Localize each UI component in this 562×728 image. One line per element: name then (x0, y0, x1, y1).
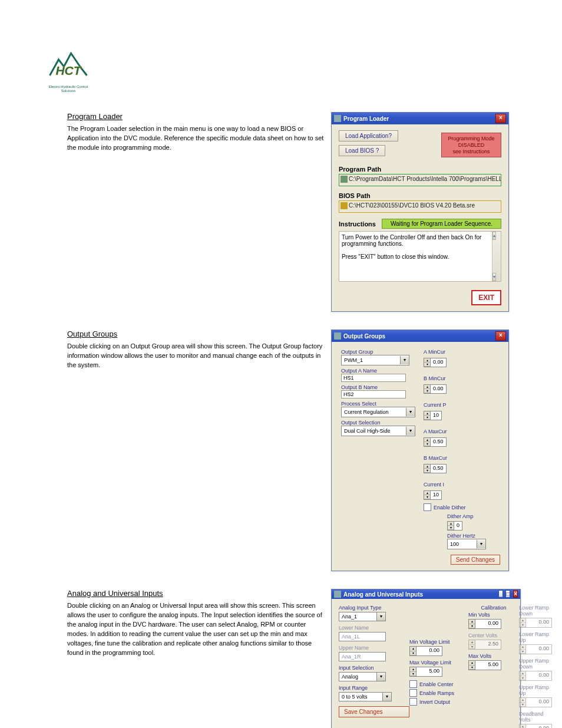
label-min-volts: Min Volts (468, 612, 519, 618)
checkbox-enable-ramps[interactable] (409, 689, 417, 697)
select-output-group[interactable]: PWM_1▾ (341, 355, 409, 365)
hct-logo: HCT Electro-Hydraulic Control Solutions (46, 47, 91, 93)
mountain-logo-icon: HCT (46, 47, 91, 83)
spinner-min-voltage-limit[interactable]: ▴▾0.00 (409, 646, 442, 656)
bios-path-field[interactable]: C:\HCT\023\00155\DVC10 BIOS V4.20 Beta.s… (339, 200, 501, 213)
exit-button[interactable]: EXIT (471, 290, 501, 305)
spinner-upper-ramp-down[interactable]: ▴▾0.00 (519, 671, 552, 681)
section-analog-inputs: Analog and Universal Inputs Double click… (67, 589, 527, 728)
label-output-b-name: Output B Name (341, 384, 424, 390)
value: Dual Coil High-Side (344, 428, 391, 434)
spinner-b-maxcur[interactable]: ▴▾0.50 (424, 464, 447, 473)
value: 2.50 (475, 640, 501, 649)
spinner-lower-ramp-down[interactable]: ▴▾0.00 (519, 618, 552, 628)
label-input-range: Input Range (339, 685, 409, 691)
spinner-b-mincur[interactable]: ▴▾0.00 (424, 384, 447, 394)
value: 0.00 (416, 647, 442, 655)
program-path-value: C:\ProgramData\HCT Products\Intella 700\… (349, 176, 501, 182)
label-output-group: Output Group (341, 349, 424, 355)
para-analog-inputs: Double clicking on an Analog or Universa… (67, 601, 326, 658)
label-a-mincur: A MinCur (424, 349, 458, 355)
value: 10 (431, 411, 441, 420)
mode-line1: Programming Mode (443, 136, 500, 142)
window-title: Analog and Universal Inputs (343, 591, 423, 598)
field-lower-name[interactable]: Ana_1L (339, 632, 386, 641)
save-changes-button[interactable]: Save Changes (339, 706, 409, 717)
spinner-current-p[interactable]: ▴▾10 (424, 411, 442, 420)
scroll-up-icon[interactable]: ▴ (492, 232, 496, 240)
value: 0.00 (526, 698, 551, 707)
value: 100 (450, 541, 459, 547)
label-upper-ramp-down: Upper Ramp Down (519, 658, 552, 670)
label-max-volts: Max Volts (468, 653, 519, 659)
spinner-max-voltage-limit[interactable]: ▴▾5.00 (409, 667, 442, 677)
value: 5.00 (475, 661, 501, 670)
scroll-down-icon[interactable]: ▾ (492, 273, 496, 281)
spinner-max-volts[interactable]: ▴▾5.00 (468, 660, 501, 670)
value: 0.00 (431, 358, 446, 367)
instructions-line2: Press "EXIT" button to close this window… (342, 253, 498, 260)
label-center-volts: Center Volts (468, 633, 519, 638)
label-max-voltage-limit: Max Voltage Limit (409, 660, 468, 666)
value: 0.00 (526, 645, 551, 654)
titlebar-output-groups: Output Groups × (332, 330, 508, 342)
maximize-icon[interactable]: □ (505, 590, 510, 598)
program-path-field[interactable]: C:\ProgramData\HCT Products\Intella 700\… (339, 174, 501, 186)
spinner-dither-amp[interactable]: ▴▾0 (447, 521, 462, 531)
spinner-lower-ramp-up[interactable]: ▴▾0.00 (519, 644, 552, 654)
close-icon[interactable]: × (495, 331, 506, 341)
minimize-icon[interactable]: _ (498, 590, 503, 598)
spinner-current-i[interactable]: ▴▾10 (424, 490, 442, 500)
label-lower-name: Lower Name (339, 625, 409, 631)
spinner-center-volts[interactable]: ▴▾2.50 (468, 640, 501, 650)
checkbox-enable-center[interactable] (409, 680, 417, 688)
chevron-down-icon: ▾ (382, 693, 391, 701)
scrollbar[interactable]: ▴ ▾ (492, 232, 501, 281)
value: 0.00 (526, 724, 551, 728)
select-process[interactable]: Current Regulation▾ (341, 407, 415, 417)
close-icon[interactable]: × (513, 590, 518, 598)
send-changes-button[interactable]: Send Changes (451, 555, 500, 565)
window-program-loader: Program Loader × Load Application? Load … (331, 112, 509, 312)
spinner-min-volts[interactable]: ▴▾0.00 (468, 619, 501, 629)
instructions-label: Instructions (339, 220, 376, 228)
label-upper-name: Upper Name (339, 645, 409, 651)
heading-program-loader: Program Loader (67, 112, 326, 121)
value: 0 (454, 522, 462, 530)
select-input-type[interactable]: Ana_1▾ (339, 612, 386, 621)
select-dither-hertz[interactable]: 100▾ (447, 539, 486, 549)
label-b-maxcur: B MaxCur (424, 455, 458, 461)
spinner-a-mincur[interactable]: ▴▾0.00 (424, 358, 447, 367)
label-lower-ramp-down: Lower Ramp Down (519, 605, 552, 617)
select-input-range[interactable]: 0 to 5 volts▾ (339, 692, 392, 701)
value: 0.50 (431, 438, 446, 446)
label-lower-ramp-up: Lower Ramp Up (519, 631, 552, 643)
label-output-a-name: Output A Name (341, 368, 424, 374)
label-enable-ramps: Enable Ramps (419, 690, 454, 696)
chevron-down-icon: ▾ (477, 540, 485, 548)
field-upper-name[interactable]: Ana_1R (339, 652, 386, 661)
select-output-selection[interactable]: Dual Coil High-Side▾ (341, 426, 415, 436)
label-dither-amp: Dither Amp (447, 513, 499, 519)
field-output-b-name[interactable]: HS2 (341, 390, 406, 398)
logo-subtitle: Electro-Hydraulic Control Solutions (46, 85, 91, 93)
load-application-button[interactable]: Load Application? (339, 130, 398, 141)
bios-path-label: BIOS Path (339, 192, 501, 199)
close-icon[interactable]: × (495, 114, 506, 123)
value: PWM_1 (344, 357, 363, 363)
section-program-loader: Program Loader The Program Loader select… (67, 112, 527, 312)
field-output-a-name[interactable]: HS1 (341, 374, 406, 382)
window-title: Program Loader (343, 116, 389, 122)
checkbox-invert-output[interactable] (409, 698, 417, 706)
spinner-deadband-volts[interactable]: ▴▾0.00 (519, 724, 552, 728)
checkbox-enable-dither[interactable] (424, 503, 431, 511)
select-input-selection[interactable]: Analog▾ (339, 672, 386, 681)
spinner-upper-ramp-up[interactable]: ▴▾0.00 (519, 697, 552, 707)
value: 0.00 (526, 618, 551, 627)
label-current-p: Current P (424, 402, 458, 408)
value: 10 (431, 491, 441, 499)
page: HCT Electro-Hydraulic Control Solutions … (0, 0, 562, 728)
spinner-a-maxcur[interactable]: ▴▾0.50 (424, 437, 447, 447)
load-bios-button[interactable]: Load BIOS ? (339, 145, 385, 156)
instructions-textarea[interactable]: Turn Power to the Controller Off and the… (339, 231, 501, 282)
